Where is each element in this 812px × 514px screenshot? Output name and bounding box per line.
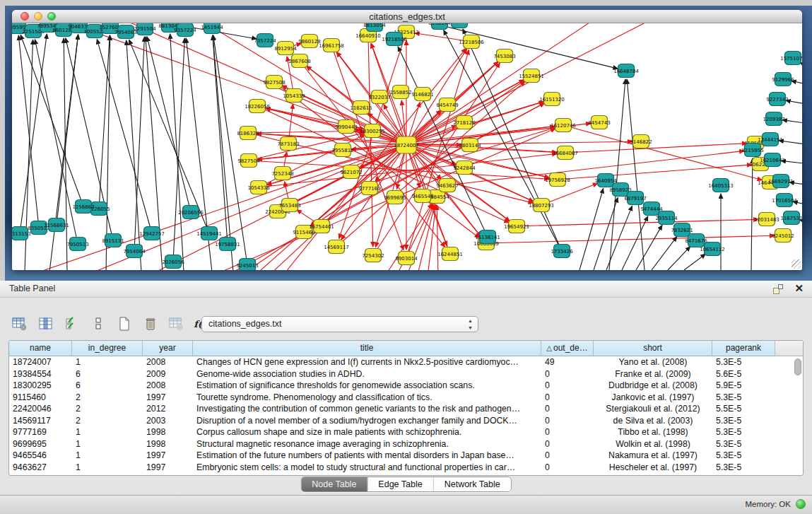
- graph-node[interactable]: 9146822: [630, 135, 652, 148]
- graph-edge[interactable]: [134, 37, 144, 251]
- graph-node[interactable]: 8813054: [363, 23, 386, 32]
- graph-edge[interactable]: [558, 165, 752, 180]
- graph-edge[interactable]: [606, 206, 632, 270]
- graph-edge[interactable]: [751, 158, 753, 270]
- graph-node[interactable]: 8186328: [237, 127, 259, 140]
- graph-node[interactable]: 2718120: [453, 116, 475, 129]
- graph-node[interactable]: 2867608: [288, 54, 310, 68]
- graph-node[interactable]: 9827508: [263, 76, 285, 89]
- graph-node[interactable]: 9245012: [772, 229, 794, 243]
- table-row[interactable]: 1938455462009Genome-wide association stu…: [9, 368, 803, 380]
- graph-node[interactable]: 9990443: [335, 120, 357, 134]
- graph-node[interactable]: 18226058: [245, 100, 270, 113]
- table-selector-dropdown[interactable]: citations_edges.txt ▲▼: [201, 316, 478, 332]
- graph-node[interactable]: 7955812: [331, 144, 353, 157]
- graph-node[interactable]: 19758831: [215, 238, 240, 251]
- graph-node[interactable]: 17016504: [772, 194, 797, 207]
- graph-node[interactable]: 2935114: [655, 211, 678, 225]
- graph-node[interactable]: 7873183: [277, 137, 299, 151]
- column-header-pagerank[interactable]: pagerank: [712, 341, 775, 356]
- graph-node[interactable]: 9227343: [766, 93, 788, 106]
- column-header-title[interactable]: title: [193, 341, 541, 356]
- graph-node[interactable]: 9322037: [368, 90, 390, 104]
- memory-status-icon[interactable]: [796, 499, 806, 509]
- table-row[interactable]: 1456911722003Disruption of a novel membe…: [9, 415, 803, 427]
- graph-node[interactable]: 7252348: [271, 167, 293, 180]
- float-panel-icon[interactable]: [772, 284, 784, 295]
- graph-node[interactable]: 16120746: [551, 119, 576, 132]
- graph-node[interactable]: 18724007: [394, 136, 419, 153]
- graph-edge[interactable]: [424, 23, 618, 69]
- graph-node[interactable]: 9827504: [237, 154, 260, 168]
- graph-node[interactable]: 1162615: [350, 101, 372, 115]
- graph-node[interactable]: 7254302: [362, 249, 384, 262]
- network-canvas[interactable]: 1872400718300295193845549146821155885293…: [12, 23, 802, 270]
- clear-selection-icon[interactable]: [90, 315, 107, 332]
- graph-edge[interactable]: [213, 35, 228, 244]
- table-scrollbar-thumb[interactable]: [794, 358, 801, 375]
- table-row[interactable]: 2242004622012Investigating the contribut…: [9, 403, 803, 415]
- graph-edge[interactable]: [782, 120, 802, 124]
- column-header-short[interactable]: short: [594, 341, 712, 356]
- graph-node[interactable]: 8903014: [395, 252, 418, 265]
- graph-node[interactable]: 16648784: [613, 64, 639, 78]
- graph-node[interactable]: 1054338: [247, 181, 269, 194]
- graph-node[interactable]: 15751074: [780, 52, 802, 65]
- graph-node[interactable]: 16961758: [319, 39, 344, 52]
- graph-node[interactable]: 1733426: [551, 245, 573, 258]
- graph-node[interactable]: 1209387: [763, 112, 784, 126]
- graph-edge[interactable]: [147, 37, 191, 212]
- new-column-icon[interactable]: [116, 315, 133, 332]
- table-row[interactable]: 969969511998Structural magnetic resonanc…: [9, 438, 803, 450]
- graph-node[interactable]: 7453083: [493, 49, 515, 63]
- tab-node-table[interactable]: Node Table: [301, 477, 367, 491]
- graph-edge[interactable]: [668, 247, 690, 270]
- graph-node[interactable]: 9621072: [340, 165, 362, 179]
- graph-node[interactable]: 1054339: [283, 89, 305, 103]
- graph-node[interactable]: 14569117: [324, 240, 349, 254]
- graph-node[interactable]: 8454749: [436, 98, 458, 112]
- graph-node[interactable]: 8454743: [588, 116, 610, 129]
- window-resize-grip[interactable]: [792, 259, 801, 269]
- graph-node[interactable]: 7950513: [66, 238, 88, 251]
- graph-node[interactable]: 20206556: [178, 206, 204, 219]
- graph-node[interactable]: 9242844: [453, 161, 476, 175]
- table-row[interactable]: 946362711997Embryonic stem cells: a mode…: [9, 462, 803, 474]
- graph-edge[interactable]: [406, 23, 678, 145]
- delete-column-icon[interactable]: [142, 315, 159, 332]
- graph-edge[interactable]: [565, 144, 747, 153]
- column-header-year[interactable]: year: [143, 341, 193, 356]
- graph-edge[interactable]: [579, 189, 604, 270]
- graph-edge[interactable]: [517, 219, 758, 226]
- graph-node[interactable]: 2291504: [134, 23, 156, 35]
- graph-edge[interactable]: [99, 35, 110, 209]
- graph-node[interactable]: 12942757: [139, 227, 165, 240]
- graph-node[interactable]: 9463627: [436, 179, 458, 192]
- column-chooser-icon[interactable]: [37, 315, 54, 332]
- table-row[interactable]: 946554611997Estimation of the future num…: [9, 450, 803, 462]
- graph-edge[interactable]: [259, 134, 365, 187]
- column-header-out_degree[interactable]: △out_de…: [541, 341, 594, 356]
- graph-node[interactable]: 1558852: [389, 86, 411, 99]
- graph-node[interactable]: 9465546: [411, 189, 434, 203]
- graph-node[interactable]: 7653483: [278, 199, 300, 212]
- graph-node[interactable]: 9129966: [772, 73, 794, 86]
- graph-node[interactable]: 1167531: [780, 211, 802, 225]
- graph-node[interactable]: 9860128: [298, 35, 320, 48]
- network-view-window[interactable]: citations_edges.txt 18724007183002951938…: [12, 10, 802, 270]
- tab-network-table[interactable]: Network Table: [434, 477, 511, 491]
- graph-node[interactable]: 19654923: [504, 220, 529, 233]
- graph-node[interactable]: 8915131: [102, 234, 124, 247]
- table-row[interactable]: 1872400712008Changes of HCN gene express…: [9, 356, 803, 368]
- close-panel-icon[interactable]: ✕: [794, 282, 804, 295]
- table-row[interactable]: 911546021997Tourette syndrome. Phenomeno…: [9, 392, 803, 404]
- graph-node[interactable]: 8131044: [448, 23, 471, 28]
- graph-edge[interactable]: [406, 141, 632, 145]
- graph-edge[interactable]: [170, 34, 184, 270]
- graph-edge[interactable]: [428, 205, 436, 270]
- delete-table-icon[interactable]: [168, 315, 185, 332]
- graph-node[interactable]: 2026056: [162, 255, 184, 269]
- graph-node[interactable]: 12218506: [459, 35, 484, 49]
- graph-node[interactable]: 16684067: [553, 146, 578, 160]
- graph-edge[interactable]: [444, 30, 562, 251]
